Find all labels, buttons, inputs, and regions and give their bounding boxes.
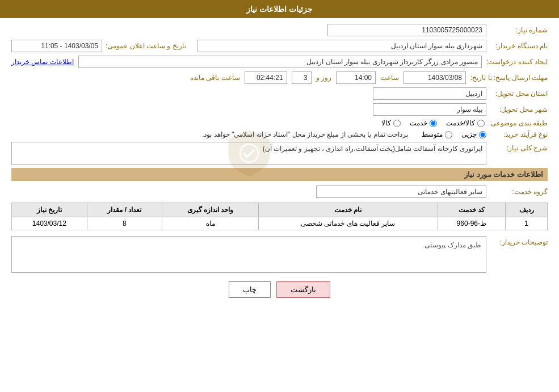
- purchase-partial-radio[interactable]: [479, 131, 486, 138]
- purchase-medium-radio[interactable]: [445, 131, 452, 138]
- category-goods-label: کالا: [381, 119, 391, 127]
- cell-name: سایر فعالیت های خدماتی شخصی: [259, 217, 438, 230]
- creator-row: ایجاد کننده درخواست: منصور مرادی زرگر کا…: [11, 56, 548, 68]
- service-group-value: سایر فعالیتهای خدماتی: [316, 186, 486, 198]
- purchase-type-label: نوع فرآیند خرید:: [491, 130, 548, 138]
- deadline-date: 1403/03/08: [404, 71, 466, 84]
- purchase-medium-item: متوسط: [422, 130, 452, 138]
- buyer-org-label: نام دستگاه خریدار:: [491, 42, 548, 50]
- table-row: 1ط-96-960سایر فعالیت های خدماتی شخصیماه8…: [12, 217, 548, 230]
- cell-code: ط-96-960: [438, 217, 505, 230]
- category-label: طبقه بندی موضوعی:: [489, 119, 548, 127]
- buyer-notes-box: طبق مدارک پیوستی: [11, 236, 486, 273]
- category-service-item: خدمت: [410, 119, 437, 127]
- province-label: استان محل تحویل:: [491, 90, 548, 98]
- cell-quantity: 8: [87, 217, 162, 230]
- creator-label: ایجاد کننده درخواست:: [486, 58, 548, 66]
- deadline-row: مهلت ارسال پاسخ: تا تاریخ: 1403/03/08 سا…: [11, 71, 548, 84]
- purchase-partial-label: جزیی: [461, 130, 477, 138]
- buyer-notes-text: طبق مدارک پیوستی: [14, 239, 484, 270]
- watermark-logo: [226, 128, 272, 179]
- col-quantity: تعداد / مقدار: [87, 203, 162, 217]
- cell-row: 1: [506, 217, 548, 230]
- category-goods-radio[interactable]: [393, 120, 401, 127]
- need-description-box: اپراتوری کارخانه آسفالت شامل(پخت آسفالت،…: [11, 142, 486, 165]
- col-code: کد خدمت: [438, 203, 505, 217]
- category-goods-service-item: کالا/خدمت: [446, 119, 485, 127]
- services-table-section: ردیف کد خدمت نام خدمت واحد اندازه گیری ت…: [11, 203, 548, 230]
- deadline-label: مهلت ارسال پاسخ: تا تاریخ:: [470, 74, 548, 82]
- page-header: جزئیات اطلاعات نیاز: [0, 0, 559, 18]
- page-wrapper: جزئیات اطلاعات نیاز شماره نیاز: 11030057…: [0, 0, 559, 392]
- category-radio-group: کالا/خدمت خدمت کالا: [381, 119, 485, 127]
- need-description-label: شرح کلی نیاز:: [491, 144, 548, 152]
- main-content: شماره نیاز: 1103005725000023 نام دستگاه …: [0, 18, 559, 312]
- service-group-row: گروه خدمت: سایر فعالیتهای خدماتی: [11, 186, 548, 198]
- services-section-title: اطلاعات خدمات مورد نیاز: [11, 168, 548, 181]
- city-label: شهر محل تحویل:: [491, 106, 548, 113]
- need-number-row: شماره نیاز: 1103005725000023: [11, 24, 548, 36]
- province-value: اردبیل: [373, 87, 486, 100]
- category-goods-service-radio[interactable]: [477, 120, 485, 127]
- need-number-value: 1103005725000023: [327, 24, 486, 36]
- col-date: تاریخ نیاز: [12, 203, 87, 217]
- need-description-value: اپراتوری کارخانه آسفالت شامل(پخت آسفالت،…: [263, 145, 482, 153]
- city-row: شهر محل تحویل: بیله سوار: [11, 103, 548, 116]
- buyer-notes-label: توصیحات خریدار:: [491, 238, 548, 246]
- services-table: ردیف کد خدمت نام خدمت واحد اندازه گیری ت…: [11, 203, 548, 230]
- cell-date: 1403/03/12: [12, 217, 87, 230]
- org-date-row: نام دستگاه خریدار: شهرداری بیله سوار است…: [11, 40, 548, 52]
- back-button[interactable]: بازگشت: [276, 281, 330, 298]
- need-description-row: شرح کلی نیاز: اپراتوری کارخانه آسفالت شا…: [11, 142, 548, 165]
- buyer-notes-row: توصیحات خریدار: طبق مدارک پیوستی: [11, 236, 548, 273]
- print-button[interactable]: چاپ: [229, 281, 271, 298]
- city-value: بیله سوار: [373, 103, 486, 116]
- category-service-label: خدمت: [410, 119, 427, 127]
- category-row: طبقه بندی موضوعی: کالا/خدمت خدمت کالا: [11, 119, 548, 127]
- page-title: جزئیات اطلاعات نیاز: [246, 5, 313, 14]
- need-number-label: شماره نیاز:: [491, 26, 548, 34]
- deadline-remaining-label: ساعت باقی مانده: [190, 74, 240, 82]
- contact-link[interactable]: اطلاعات تماس خریدار: [11, 58, 74, 66]
- category-goods-service-label: کالا/خدمت: [446, 119, 475, 127]
- col-name: نام خدمت: [259, 203, 438, 217]
- category-service-radio[interactable]: [430, 120, 437, 127]
- purchase-type-group: جزیی متوسط: [422, 130, 486, 138]
- purchase-type-row: نوع فرآیند خرید: جزیی متوسط پرداخت تمام …: [11, 130, 548, 138]
- service-group-label: گروه خدمت:: [491, 188, 548, 196]
- purchase-partial-item: جزیی: [461, 130, 486, 138]
- province-row: استان محل تحویل: اردبیل: [11, 87, 548, 100]
- deadline-time: 14:00: [336, 71, 376, 84]
- col-unit: واحد اندازه گیری: [162, 203, 259, 217]
- cell-unit: ماه: [162, 217, 259, 230]
- date-announce-value: 1403/03/05 - 11:05: [11, 40, 102, 52]
- deadline-days-label: روز و: [316, 74, 331, 82]
- deadline-days: 3: [292, 71, 312, 84]
- table-header-row: ردیف کد خدمت نام خدمت واحد اندازه گیری ت…: [12, 203, 548, 217]
- col-row: ردیف: [506, 203, 548, 217]
- creator-value: منصور مرادی زرگر کاربرداز شهرداری بیله س…: [78, 56, 482, 68]
- category-goods-item: کالا: [381, 119, 401, 127]
- buyer-notes-inner: طبق مدارک پیوستی: [11, 236, 486, 273]
- buyer-org-value: شهرداری بیله سوار استان اردبیل: [197, 40, 486, 52]
- deadline-remaining: 02:44:21: [245, 71, 287, 84]
- purchase-medium-label: متوسط: [422, 130, 443, 138]
- date-announce-label: تاریخ و ساعت اعلان عمومی:: [106, 42, 186, 50]
- buttons-row: بازگشت چاپ: [11, 281, 548, 298]
- deadline-time-label: ساعت: [380, 74, 399, 82]
